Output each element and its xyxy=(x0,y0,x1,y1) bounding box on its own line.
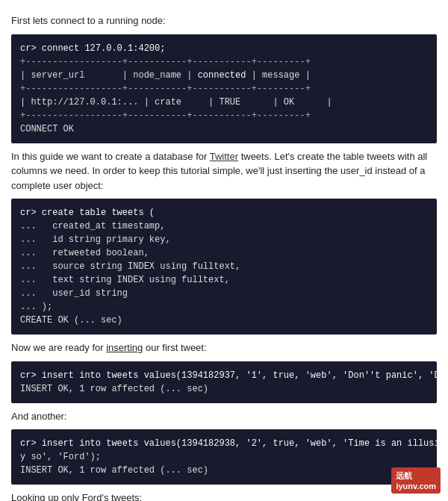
para2-text: Now we are ready for inserting our first… xyxy=(11,340,437,355)
code-block-2: cr> create table tweets ( ... created_at… xyxy=(11,199,437,334)
code-block-1: cr> connect 127.0.0.1:4200; +-----------… xyxy=(11,34,437,143)
watermark-line2: iyunv.com xyxy=(396,482,436,491)
watermark: 远航 iyunv.com xyxy=(391,467,441,494)
para1-text: In this guide we want to create a databa… xyxy=(11,149,437,193)
para3-text: And another: xyxy=(11,409,437,424)
watermark-line1: 远航 xyxy=(396,470,436,482)
para4-text: Looking up only Ford's tweets: xyxy=(11,491,437,501)
intro-text: First lets connect to a running node: xyxy=(11,13,437,28)
code-block-3: cr> insert into tweets values(1394182937… xyxy=(11,361,437,403)
code-block-4: cr> insert into tweets values(1394182938… xyxy=(11,429,437,485)
